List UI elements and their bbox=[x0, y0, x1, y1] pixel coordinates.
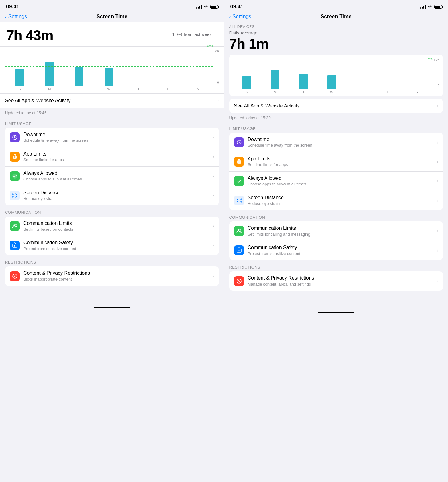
svg-line-20 bbox=[238, 280, 241, 283]
contentprivacy-item-left[interactable]: Content & Privacy Restrictions Block ina… bbox=[5, 266, 219, 286]
back-button-right[interactable]: ‹ Settings bbox=[229, 14, 251, 20]
chevron-alwaysallowed-left: › bbox=[212, 173, 214, 179]
downtime-item-right[interactable]: Downtime Schedule time away from the scr… bbox=[229, 133, 443, 152]
chevron-commlimits-left: › bbox=[212, 223, 214, 229]
commlimits-text-left: Communication Limits Set limits based on… bbox=[23, 220, 212, 232]
change-arrow-left: ⬆ bbox=[171, 32, 175, 37]
chevron-alwaysallowed-right: › bbox=[437, 178, 438, 184]
usage-time-right: 7h 1m bbox=[229, 35, 443, 52]
contentprivacy-item-right[interactable]: Content & Privacy Restrictions Manage co… bbox=[229, 271, 443, 290]
see-all-right[interactable]: See All App & Website Activity › bbox=[229, 99, 443, 113]
chart-x-labels-right: SMTWTFS bbox=[233, 90, 440, 94]
chevron-downtime-left: › bbox=[212, 135, 214, 140]
chart-bar-3 bbox=[105, 68, 113, 86]
updated-left: Updated today at 15:45 bbox=[0, 108, 224, 116]
alwaysallowed-item-left[interactable]: Always Allowed Choose apps to allow at a… bbox=[5, 167, 219, 186]
chart-right-container: 12h 0 avg SMTWTFS bbox=[229, 55, 443, 96]
chart-x-label-4: T bbox=[346, 90, 374, 94]
contentprivacy-icon-left bbox=[10, 271, 20, 281]
alwaysallowed-item-right[interactable]: Always Allowed Choose apps to allow at a… bbox=[229, 172, 443, 191]
downtime-item-left[interactable]: Downtime Schedule time away from the scr… bbox=[5, 128, 219, 147]
chart-bar-col-6 bbox=[402, 58, 431, 89]
limit-usage-header-left: LIMIT USAGE bbox=[0, 116, 224, 128]
chart-bar-1 bbox=[271, 70, 279, 89]
chart-x-label-5: F bbox=[374, 90, 402, 94]
chevron-right-see-all-right: › bbox=[437, 103, 438, 109]
alwaysallowed-text-right: Always Allowed Choose apps to allow at a… bbox=[248, 175, 437, 187]
commsafety-item-left[interactable]: Communication Safety Protect from sensit… bbox=[5, 236, 219, 255]
chart-left: 12h 0 avg SMTWTFS bbox=[0, 47, 224, 94]
nav-bar-left: ‹ Settings Screen Time bbox=[0, 11, 224, 22]
alwaysallowed-text-left: Always Allowed Choose apps to allow at a… bbox=[23, 170, 212, 182]
chart-bar-1 bbox=[45, 62, 54, 86]
commsafety-icon-left bbox=[10, 241, 20, 250]
applimits-item-right[interactable]: App Limits Set time limits for apps › bbox=[229, 152, 443, 172]
chart-x-label-6: S bbox=[402, 90, 431, 94]
chart-bar-col-2 bbox=[64, 49, 94, 86]
usage-change-left: ⬆ 9% from last week bbox=[171, 32, 211, 37]
commlimits-text-right: Communication Limits Set limits for call… bbox=[248, 225, 437, 237]
chart-bar-2 bbox=[299, 74, 308, 89]
signal-icon-right bbox=[420, 5, 426, 9]
chart-bar-col-0 bbox=[5, 49, 35, 86]
status-icons-left bbox=[196, 5, 218, 9]
restrictions-header-right: RESTRICTIONS bbox=[224, 260, 448, 271]
chart-bar-0 bbox=[15, 69, 24, 86]
communication-header-left: COMMUNICATION bbox=[0, 205, 224, 217]
status-bar-right: 09:41 bbox=[224, 0, 448, 11]
see-all-left[interactable]: See All App & Website Activity › bbox=[0, 94, 224, 108]
chevron-commlimits-right: › bbox=[437, 228, 438, 234]
svg-point-5 bbox=[15, 224, 17, 226]
chart-y-bottom-left: 0 bbox=[217, 81, 219, 84]
commsafety-icon-right bbox=[234, 245, 244, 255]
limit-usage-header-right: LIMIT USAGE bbox=[224, 121, 448, 133]
screendistance-icon-right bbox=[234, 196, 244, 205]
contentprivacy-icon-right bbox=[234, 276, 244, 286]
chart-bar-col-6 bbox=[183, 49, 213, 86]
applimits-icon-right bbox=[234, 157, 244, 167]
communication-list-right: Communication Limits Set limits for call… bbox=[229, 221, 443, 260]
chevron-applimits-left: › bbox=[212, 154, 214, 160]
chart-bar-col-4 bbox=[124, 49, 154, 86]
limit-usage-list-right: Downtime Schedule time away from the scr… bbox=[229, 133, 443, 210]
chart-bar-col-1 bbox=[35, 49, 65, 86]
commlimits-item-left[interactable]: Communication Limits Set limits based on… bbox=[5, 217, 219, 236]
svg-point-15 bbox=[239, 229, 241, 231]
battery-icon-right bbox=[434, 5, 442, 9]
status-time-left: 09:41 bbox=[6, 4, 19, 10]
limit-usage-list-left: Downtime Schedule time away from the scr… bbox=[5, 128, 219, 205]
svg-point-4 bbox=[13, 224, 15, 226]
commsafety-item-right[interactable]: Communication Safety Protect from sensit… bbox=[229, 241, 443, 260]
chevron-right-see-all-left: › bbox=[217, 98, 219, 103]
chart-x-label-3: W bbox=[94, 87, 124, 91]
commlimits-icon-left bbox=[10, 221, 20, 231]
daily-average-label: Daily Average bbox=[229, 30, 443, 35]
downtime-text-left: Downtime Schedule time away from the scr… bbox=[23, 132, 212, 143]
screendistance-item-left[interactable]: Screen Distance Reduce eye strain › bbox=[5, 186, 219, 205]
chart-bars-left bbox=[5, 49, 219, 86]
screendistance-item-right[interactable]: Screen Distance Reduce eye strain › bbox=[229, 191, 443, 210]
downtime-text-right: Downtime Schedule time away from the scr… bbox=[248, 136, 437, 148]
communication-list-left: Communication Limits Set limits based on… bbox=[5, 217, 219, 255]
applimits-text-right: App Limits Set time limits for apps bbox=[248, 156, 437, 168]
chart-x-label-2: T bbox=[64, 87, 94, 91]
chevron-downtime-right: › bbox=[437, 140, 438, 145]
chart-y-top-left: 12h bbox=[213, 49, 219, 53]
wifi-icon-left bbox=[204, 5, 209, 9]
applimits-icon-left bbox=[10, 152, 20, 162]
screendistance-text-right: Screen Distance Reduce eye strain bbox=[248, 195, 437, 206]
svg-point-14 bbox=[238, 229, 239, 231]
chart-bar-2 bbox=[75, 67, 83, 86]
svg-line-10 bbox=[13, 275, 16, 278]
screendistance-text-left: Screen Distance Reduce eye strain bbox=[23, 190, 212, 201]
back-button-left[interactable]: ‹ Settings bbox=[5, 14, 27, 20]
all-devices-label: ALL DEVICES bbox=[229, 25, 443, 29]
commsafety-text-left: Communication Safety Protect from sensit… bbox=[23, 240, 212, 251]
back-arrow-left: ‹ bbox=[5, 14, 7, 20]
chevron-commsafety-left: › bbox=[212, 243, 214, 248]
chart-bar-col-0 bbox=[233, 58, 261, 89]
commlimits-item-right[interactable]: Communication Limits Set limits for call… bbox=[229, 221, 443, 241]
chevron-commsafety-right: › bbox=[437, 248, 438, 253]
chart-x-label-0: S bbox=[233, 90, 261, 94]
applimits-item-left[interactable]: App Limits Set time limits for apps › bbox=[5, 147, 219, 167]
